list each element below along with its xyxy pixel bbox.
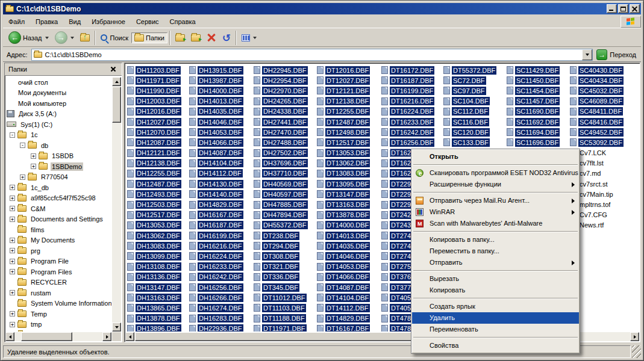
folders-button[interactable]: Папки — [131, 32, 167, 43]
file-label[interactable]: SC48416.DBF — [578, 118, 624, 126]
file-label[interactable]: DH37710.DBF — [262, 169, 308, 177]
file-item[interactable]: DH22970.DBF — [254, 85, 316, 96]
file-item[interactable]: DT12027.DBF — [317, 75, 380, 85]
file-label[interactable]: DT11188.DBF — [262, 314, 306, 322]
file-item[interactable]: DH14829.DBF — [189, 199, 252, 209]
go-button[interactable]: → Переход — [593, 49, 640, 60]
tree-item[interactable]: + My Documents — [6, 235, 111, 246]
file-item[interactable]: DH27502.DBF — [254, 148, 316, 158]
file-item[interactable]: SC46089.DBF — [570, 96, 633, 106]
sidebar-close-button[interactable] — [109, 65, 118, 73]
file-label[interactable]: DT14013.DBF — [325, 232, 370, 240]
tree-item[interactable]: + Program File — [6, 256, 111, 267]
file-item[interactable]: SC11454.DBF — [507, 85, 569, 96]
file-label[interactable]: DT14112.DBF — [325, 304, 370, 312]
tree-item[interactable]: RECYCLER — [6, 277, 111, 288]
file-item[interactable]: DH40597.DBF — [254, 189, 316, 199]
copy-to-button[interactable]: ▸ — [188, 32, 204, 43]
file-label[interactable]: DT14829.DBF — [325, 314, 370, 322]
up-button[interactable]: ↑ — [77, 32, 93, 43]
file-label[interactable]: DH12121.DBF — [136, 149, 181, 157]
file-label[interactable]: DH14829.DBF — [198, 200, 243, 209]
scroll-down-button[interactable] — [112, 322, 121, 332]
file-item[interactable]: SC11696.DBF — [507, 137, 569, 147]
file-item[interactable]: DH47885.DBF — [254, 199, 316, 209]
file-label[interactable]: DH27502.DBF — [262, 149, 308, 157]
tree-item-label[interactable]: 1SBDemo — [51, 162, 83, 171]
file-item[interactable]: SC11690.DBF — [507, 106, 569, 117]
tree-item-label[interactable]: RECYCLER — [30, 278, 68, 286]
file-label[interactable]: SC49452.DBF — [578, 128, 624, 137]
file-item[interactable]: DH12503.DBF — [127, 199, 190, 209]
scroll-left-button[interactable] — [125, 332, 134, 341]
file-item[interactable]: DT11012.DBF — [254, 292, 316, 303]
file-item[interactable]: SC72.DBF — [443, 75, 506, 85]
file-item[interactable]: DH12493.DBF — [127, 189, 190, 199]
file-item[interactable]: SC48411.DBF — [570, 106, 633, 117]
file-label[interactable]: DH13053.DBF — [136, 221, 181, 229]
file-item[interactable]: DT13053.DBF — [317, 148, 380, 158]
file-label[interactable]: DT14066.DBF — [325, 273, 370, 281]
file-item[interactable]: SC116.DBF — [443, 117, 506, 127]
file-item[interactable]: DT11103.DBF — [254, 303, 316, 313]
file-item[interactable]: DT14112.DBF — [317, 303, 380, 313]
delete-button[interactable] — [204, 31, 219, 45]
file-item[interactable]: DH16199.DBF — [189, 230, 252, 241]
file-item[interactable]: DH14053.DBF — [189, 127, 252, 137]
tree-expand-box[interactable]: + — [31, 153, 36, 159]
scroll-right-button[interactable] — [630, 332, 639, 341]
file-item[interactable]: DH24265.DBF — [254, 96, 316, 106]
file-label[interactable]: DH16187.DBF — [198, 221, 243, 229]
file-label[interactable]: DH13987.DBF — [198, 76, 243, 85]
file-item[interactable]: DT12121.DBF — [317, 85, 380, 96]
tree-expand-box[interactable]: + — [10, 196, 15, 201]
file-item[interactable]: DH16256.DBF — [189, 282, 252, 292]
file-label[interactable]: SC11429.DBF — [515, 66, 560, 75]
file-label[interactable]: DT16242.DBF — [390, 128, 434, 137]
file-item[interactable]: DH13108.DBF — [127, 262, 190, 272]
tree-item[interactable]: + Program Files — [6, 267, 111, 277]
file-label[interactable]: DT294.DBF — [262, 242, 299, 250]
file-label[interactable]: SC11690.DBF — [515, 107, 560, 116]
tree-item[interactable]: Мои документы — [6, 88, 111, 99]
tree-item-label[interactable]: a9f85ccfc54f7f525c98 — [30, 194, 97, 202]
tree-item[interactable]: + WINDOWS — [6, 330, 111, 332]
tree-expand-box[interactable]: + — [31, 164, 36, 169]
file-label[interactable]: DH16224.DBF — [198, 252, 243, 261]
file-label[interactable]: DH13163.DBF — [136, 294, 181, 302]
file-label[interactable]: DH12016.DBF — [136, 107, 181, 116]
file-item[interactable]: DH16216.DBF — [189, 241, 252, 251]
file-label[interactable]: DH16167.DBF — [198, 211, 243, 219]
scroll-up-button[interactable] — [112, 77, 121, 86]
maximize-button[interactable] — [618, 4, 628, 13]
file-item[interactable]: DH55372.DBF — [254, 220, 316, 230]
file-item[interactable]: DH12003.DBF — [127, 96, 190, 106]
file-item[interactable]: DH27488.DBF — [254, 137, 316, 147]
file-label[interactable]: DH12087.DBF — [136, 138, 181, 147]
file-item[interactable]: DH27470.DBF — [254, 127, 316, 137]
file-label[interactable]: DT12027.DBF — [325, 76, 370, 85]
file-label[interactable]: DH27488.DBF — [262, 138, 308, 147]
file-item[interactable]: DH16274.DBF — [189, 303, 252, 313]
menu-item[interactable]: Файл — [3, 17, 30, 26]
context-menu-item[interactable]: Создать ярлык — [412, 301, 579, 312]
file-item[interactable]: DT14104.DBF — [317, 292, 380, 303]
file-label[interactable]: DT16233.DBF — [390, 118, 434, 126]
file-label[interactable]: DH27441.DBF — [262, 118, 308, 126]
file-item[interactable]: DH13896.DBF — [127, 324, 190, 332]
file-item[interactable]: DH14112.DBF — [189, 168, 252, 179]
file-label[interactable]: DT14053.DBF — [325, 262, 370, 271]
file-item[interactable]: DT16233.DBF — [381, 117, 444, 127]
file-label[interactable]: DH37696.DBF — [262, 159, 308, 167]
context-menu-item[interactable]: WinRAR — [412, 206, 579, 218]
tree-item-label[interactable]: WINDOWS — [30, 331, 66, 332]
file-item[interactable]: SC112.DBF — [443, 106, 506, 117]
tree-item-label[interactable]: очий стол — [17, 78, 49, 87]
file-item[interactable]: DT14053.DBF — [317, 262, 380, 272]
file-label[interactable]: DH14087.DBF — [198, 149, 243, 157]
file-item[interactable]: DT13163.DBF — [317, 199, 380, 209]
file-item[interactable]: DH11971.DBF — [127, 75, 190, 85]
file-item[interactable]: DT16256.DBF — [381, 137, 444, 147]
file-label[interactable]: DH22936.DBF — [198, 324, 243, 332]
file-label[interactable]: DT12138.DBF — [325, 97, 370, 105]
